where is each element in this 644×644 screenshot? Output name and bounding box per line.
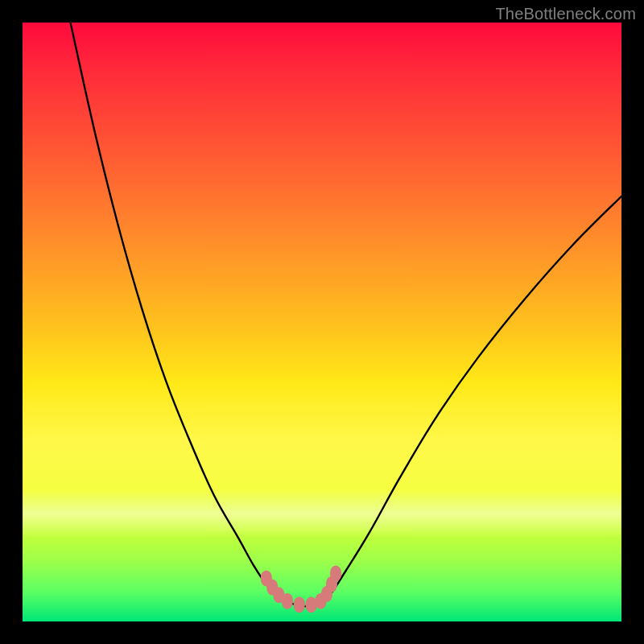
trough-marker-group	[261, 565, 341, 613]
trough-marker	[282, 593, 293, 609]
watermark-text: TheBottleneck.com	[495, 5, 636, 23]
plot-area	[23, 23, 621, 621]
bottleneck-curve	[71, 23, 621, 606]
curve-layer	[23, 23, 621, 621]
trough-marker	[306, 597, 317, 613]
trough-marker	[294, 597, 305, 613]
chart-stage: TheBottleneck.com	[0, 0, 644, 644]
trough-marker	[330, 565, 341, 581]
